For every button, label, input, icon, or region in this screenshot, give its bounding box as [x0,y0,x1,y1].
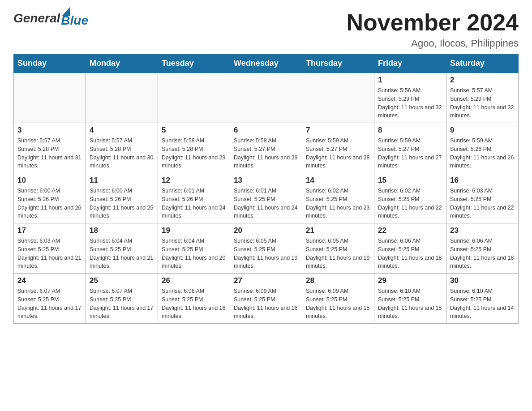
calendar-week-1: 1Sunrise: 5:56 AMSunset: 5:29 PMDaylight… [14,73,519,123]
calendar-cell-w4-d7: 23Sunrise: 6:06 AMSunset: 5:25 PMDayligh… [446,223,519,274]
calendar-cell-w1-d7: 2Sunrise: 5:57 AMSunset: 5:29 PMDaylight… [446,73,519,123]
calendar-cell-w5-d5: 28Sunrise: 6:09 AMSunset: 5:25 PMDayligh… [302,274,374,324]
calendar-week-5: 24Sunrise: 6:07 AMSunset: 5:25 PMDayligh… [14,274,519,324]
day-info: Sunrise: 5:57 AMSunset: 5:28 PMDaylight:… [17,137,82,170]
day-number: 10 [17,176,82,185]
day-info: Sunrise: 6:04 AMSunset: 5:25 PMDaylight:… [162,237,226,270]
day-info: Sunrise: 5:59 AMSunset: 5:26 PMDaylight:… [450,137,515,170]
day-info: Sunrise: 6:05 AMSunset: 5:25 PMDaylight:… [234,237,298,270]
calendar-cell-w3-d6: 15Sunrise: 6:02 AMSunset: 5:25 PMDayligh… [374,173,446,223]
calendar-cell-w5-d4: 27Sunrise: 6:09 AMSunset: 5:25 PMDayligh… [230,274,302,324]
day-info: Sunrise: 6:10 AMSunset: 5:25 PMDaylight:… [450,287,515,321]
day-number: 5 [162,126,226,135]
calendar-header-row: Sunday Monday Tuesday Wednesday Thursday… [14,54,519,73]
day-number: 24 [17,276,82,285]
calendar-cell-w2-d6: 8Sunrise: 5:59 AMSunset: 5:27 PMDaylight… [374,123,446,173]
day-info: Sunrise: 6:09 AMSunset: 5:25 PMDaylight:… [234,287,298,321]
page-header: General Blue November 2024 Agoo, Ilocos,… [13,9,519,49]
calendar-cell-w3-d7: 16Sunrise: 6:03 AMSunset: 5:25 PMDayligh… [446,173,519,223]
day-info: Sunrise: 6:01 AMSunset: 5:25 PMDaylight:… [234,187,298,220]
day-number: 20 [234,226,298,235]
logo-blue-text: Blue [61,13,88,28]
calendar-cell-w2-d5: 7Sunrise: 5:59 AMSunset: 5:27 PMDaylight… [302,123,374,173]
header-friday: Friday [374,54,446,73]
header-saturday: Saturday [446,54,519,73]
day-info: Sunrise: 5:59 AMSunset: 5:27 PMDaylight:… [378,137,442,170]
day-number: 30 [450,276,515,285]
calendar-cell-w4-d5: 21Sunrise: 6:05 AMSunset: 5:25 PMDayligh… [302,223,374,274]
calendar-cell-w5-d3: 26Sunrise: 6:08 AMSunset: 5:25 PMDayligh… [158,274,230,324]
logo: General Blue [13,9,88,28]
day-number: 14 [306,176,370,185]
day-info: Sunrise: 6:09 AMSunset: 5:25 PMDaylight:… [306,287,370,321]
calendar-cell-w4-d2: 18Sunrise: 6:04 AMSunset: 5:25 PMDayligh… [86,223,158,274]
day-info: Sunrise: 6:05 AMSunset: 5:25 PMDaylight:… [306,237,370,270]
calendar-week-2: 3Sunrise: 5:57 AMSunset: 5:28 PMDaylight… [14,123,519,173]
header-wednesday: Wednesday [230,54,302,73]
day-number: 29 [378,276,442,285]
calendar-cell-w2-d3: 5Sunrise: 5:58 AMSunset: 5:28 PMDaylight… [158,123,230,173]
day-info: Sunrise: 5:58 AMSunset: 5:27 PMDaylight:… [234,137,298,170]
day-number: 18 [90,226,154,235]
day-number: 19 [162,226,226,235]
day-info: Sunrise: 6:08 AMSunset: 5:25 PMDaylight:… [162,287,226,321]
day-number: 7 [306,126,370,135]
day-info: Sunrise: 6:03 AMSunset: 5:25 PMDaylight:… [17,237,82,270]
day-number: 9 [450,126,515,135]
day-number: 2 [450,76,515,85]
day-number: 1 [378,76,442,85]
calendar-cell-w5-d2: 25Sunrise: 6:07 AMSunset: 5:25 PMDayligh… [86,274,158,324]
day-info: Sunrise: 6:01 AMSunset: 5:26 PMDaylight:… [162,187,226,220]
title-block: November 2024 Agoo, Ilocos, Philippines [347,9,519,49]
day-info: Sunrise: 6:07 AMSunset: 5:25 PMDaylight:… [90,287,154,321]
calendar-cell-w1-d3 [158,73,230,123]
calendar-cell-w4-d4: 20Sunrise: 6:05 AMSunset: 5:25 PMDayligh… [230,223,302,274]
day-info: Sunrise: 6:06 AMSunset: 5:25 PMDaylight:… [378,237,442,270]
day-number: 12 [162,176,226,185]
day-info: Sunrise: 6:04 AMSunset: 5:25 PMDaylight:… [90,237,154,270]
calendar-cell-w2-d4: 6Sunrise: 5:58 AMSunset: 5:27 PMDaylight… [230,123,302,173]
calendar-cell-w4-d3: 19Sunrise: 6:04 AMSunset: 5:25 PMDayligh… [158,223,230,274]
calendar-cell-w1-d4 [230,73,302,123]
calendar-cell-w2-d1: 3Sunrise: 5:57 AMSunset: 5:28 PMDaylight… [14,123,86,173]
calendar-cell-w3-d5: 14Sunrise: 6:02 AMSunset: 5:25 PMDayligh… [302,173,374,223]
day-number: 8 [378,126,442,135]
day-info: Sunrise: 6:06 AMSunset: 5:25 PMDaylight:… [450,237,515,270]
day-info: Sunrise: 6:00 AMSunset: 5:26 PMDaylight:… [17,187,82,220]
calendar-cell-w1-d1 [14,73,86,123]
calendar-cell-w3-d1: 10Sunrise: 6:00 AMSunset: 5:26 PMDayligh… [14,173,86,223]
calendar-week-3: 10Sunrise: 6:00 AMSunset: 5:26 PMDayligh… [14,173,519,223]
calendar-week-4: 17Sunrise: 6:03 AMSunset: 5:25 PMDayligh… [14,223,519,274]
calendar-table: Sunday Monday Tuesday Wednesday Thursday… [13,54,519,324]
day-info: Sunrise: 6:02 AMSunset: 5:25 PMDaylight:… [306,187,370,220]
header-tuesday: Tuesday [158,54,230,73]
calendar-cell-w2-d2: 4Sunrise: 5:57 AMSunset: 5:28 PMDaylight… [86,123,158,173]
calendar-cell-w3-d2: 11Sunrise: 6:00 AMSunset: 5:26 PMDayligh… [86,173,158,223]
header-thursday: Thursday [302,54,374,73]
day-info: Sunrise: 6:02 AMSunset: 5:25 PMDaylight:… [378,187,442,220]
calendar-cell-w4-d6: 22Sunrise: 6:06 AMSunset: 5:25 PMDayligh… [374,223,446,274]
logo-general-text: General [13,11,60,25]
day-info: Sunrise: 6:07 AMSunset: 5:25 PMDaylight:… [17,287,82,321]
calendar-cell-w5-d6: 29Sunrise: 6:10 AMSunset: 5:25 PMDayligh… [374,274,446,324]
day-number: 13 [234,176,298,185]
calendar-cell-w1-d5 [302,73,374,123]
day-info: Sunrise: 6:00 AMSunset: 5:26 PMDaylight:… [90,187,154,220]
day-number: 21 [306,226,370,235]
header-sunday: Sunday [14,54,86,73]
day-info: Sunrise: 5:57 AMSunset: 5:28 PMDaylight:… [90,137,154,170]
day-number: 22 [378,226,442,235]
calendar-cell-w5-d1: 24Sunrise: 6:07 AMSunset: 5:25 PMDayligh… [14,274,86,324]
calendar-cell-w3-d4: 13Sunrise: 6:01 AMSunset: 5:25 PMDayligh… [230,173,302,223]
day-number: 4 [90,126,154,135]
day-number: 3 [17,126,82,135]
calendar-cell-w4-d1: 17Sunrise: 6:03 AMSunset: 5:25 PMDayligh… [14,223,86,274]
day-info: Sunrise: 5:57 AMSunset: 5:29 PMDaylight:… [450,86,515,120]
calendar-cell-w1-d6: 1Sunrise: 5:56 AMSunset: 5:29 PMDaylight… [374,73,446,123]
header-monday: Monday [86,54,158,73]
day-info: Sunrise: 5:58 AMSunset: 5:28 PMDaylight:… [162,137,226,170]
day-info: Sunrise: 6:03 AMSunset: 5:25 PMDaylight:… [450,187,515,220]
location-title: Agoo, Ilocos, Philippines [347,38,519,49]
day-number: 11 [90,176,154,185]
day-number: 26 [162,276,226,285]
